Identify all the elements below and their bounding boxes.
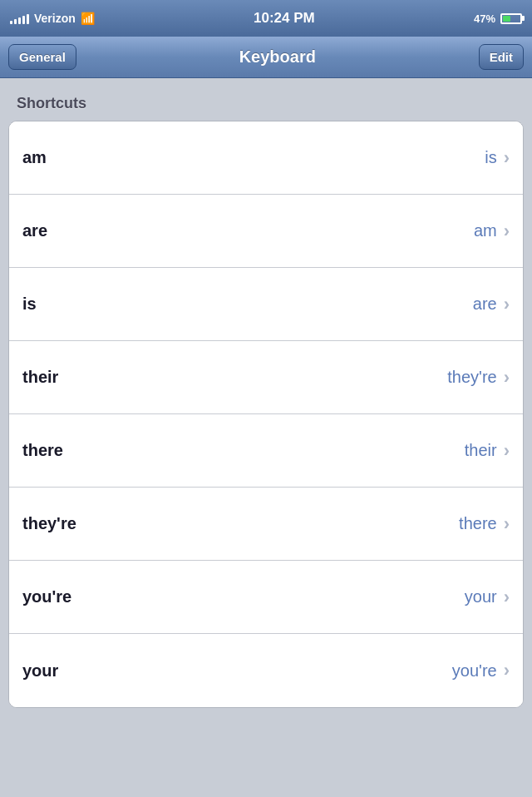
nav-title: Keyboard — [239, 47, 316, 67]
chevron-right-icon: › — [504, 440, 510, 462]
status-left: Verizon 📶 — [10, 12, 95, 25]
row-shortcut: are — [473, 295, 497, 314]
row-shortcut: they're — [447, 368, 496, 387]
section-header: Shortcuts — [8, 95, 524, 121]
row-right: is › — [485, 147, 510, 169]
status-right: 47% — [474, 12, 522, 25]
row-shortcut: is — [485, 148, 496, 167]
chevron-right-icon: › — [504, 660, 510, 681]
chevron-right-icon: › — [504, 220, 510, 242]
row-right: your › — [465, 587, 510, 608]
row-right: am › — [474, 220, 510, 242]
table-row[interactable]: you're your › — [9, 561, 523, 634]
status-bar: Verizon 📶 10:24 PM 47% — [0, 0, 532, 37]
nav-bar: General Keyboard Edit — [0, 37, 532, 78]
row-phrase: you're — [22, 587, 71, 606]
row-right: there › — [459, 513, 510, 535]
signal-bars-icon — [10, 12, 29, 24]
edit-button[interactable]: Edit — [479, 44, 524, 70]
row-phrase: they're — [22, 514, 76, 533]
chevron-right-icon: › — [504, 147, 510, 169]
row-phrase: am — [22, 148, 47, 167]
carrier-label: Verizon — [34, 12, 76, 25]
row-right: they're › — [447, 367, 510, 389]
table-row[interactable]: they're there › — [9, 488, 523, 561]
chevron-right-icon: › — [504, 513, 510, 535]
row-phrase: their — [22, 368, 58, 387]
wifi-icon: 📶 — [81, 12, 95, 25]
battery-percent: 47% — [474, 12, 495, 25]
chevron-right-icon: › — [504, 587, 510, 608]
table-row[interactable]: are am › — [9, 195, 523, 268]
row-phrase: your — [22, 661, 58, 681]
status-time: 10:24 PM — [254, 10, 315, 27]
back-button[interactable]: General — [8, 44, 76, 70]
battery-icon — [500, 13, 522, 24]
main-content: Shortcuts am is › are am › is are › thei… — [0, 78, 532, 716]
table-row[interactable]: there their › — [9, 414, 523, 488]
chevron-right-icon: › — [504, 294, 510, 315]
row-right: their › — [465, 440, 510, 462]
table-row[interactable]: am is › — [9, 121, 523, 195]
row-phrase: are — [22, 221, 47, 240]
row-shortcut: their — [465, 441, 497, 460]
table-row[interactable]: their they're › — [9, 341, 523, 414]
row-phrase: there — [22, 441, 63, 460]
row-right: you're › — [452, 660, 510, 681]
chevron-right-icon: › — [504, 367, 510, 389]
shortcuts-table: am is › are am › is are › their they're … — [8, 121, 524, 708]
row-shortcut: am — [474, 221, 497, 240]
table-row[interactable]: is are › — [9, 268, 523, 341]
row-shortcut: there — [459, 514, 497, 533]
row-phrase: is — [22, 295, 37, 314]
table-row[interactable]: your you're › — [9, 634, 523, 707]
row-shortcut: your — [465, 587, 497, 606]
battery-fill — [503, 16, 510, 22]
row-right: are › — [473, 294, 510, 315]
row-shortcut: you're — [452, 661, 497, 681]
